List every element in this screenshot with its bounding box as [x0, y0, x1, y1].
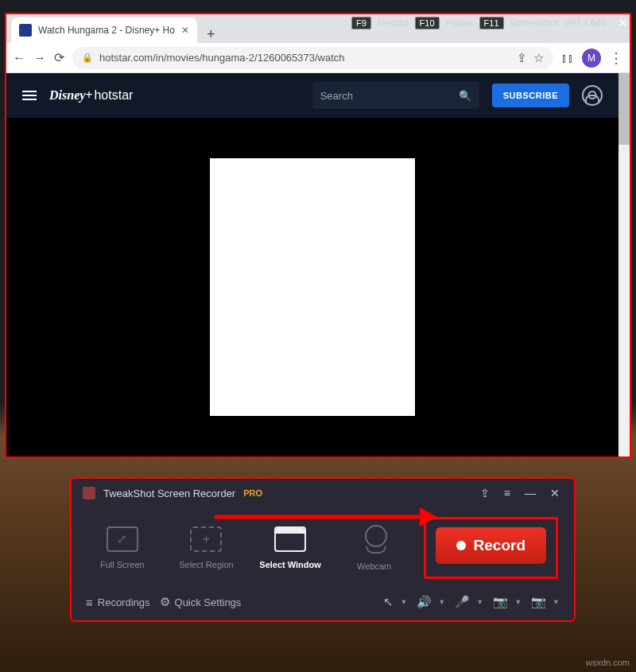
new-tab-button[interactable]: + [197, 26, 225, 43]
record-button-label: Record [474, 537, 525, 554]
quick-settings-label: Quick Settings [175, 596, 242, 608]
record-label: Record [378, 17, 409, 29]
region-icon [190, 526, 222, 552]
browser-toolbar: ← → ⟳ 🔒 hotstar.com/in/movies/hungama-2/… [6, 43, 630, 73]
mode-label: Webcam [357, 561, 391, 571]
profile-avatar[interactable]: M [582, 49, 601, 68]
record-dot-icon [456, 541, 466, 550]
capture-dimensions: 897 x 646 [564, 17, 607, 29]
app-title: TweakShot Screen Recorder [103, 487, 235, 499]
speaker-icon: 🔊 [417, 595, 432, 609]
recordings-label: Recordings [98, 596, 150, 608]
site-logo[interactable]: Disney+ hotstar [49, 88, 133, 103]
quick-settings-button[interactable]: ⚙Quick Settings [160, 595, 242, 609]
forward-button[interactable]: → [33, 51, 46, 65]
pro-badge: PRO [243, 488, 262, 498]
recorder-body: Full Screen Select Region Select Window … [72, 507, 574, 587]
url-text: hotstar.com/in/movies/hungama-2/12600653… [99, 52, 510, 64]
tab-title: Watch Hungama 2 - Disney+ Ho [38, 25, 175, 36]
recording-shortcut-bar: F9 Record F10 Pause F11 Screenshot 897 x… [351, 14, 633, 32]
lock-icon: 🔒 [82, 52, 93, 63]
mode-label: Select Region [179, 560, 234, 569]
recorder-title-bar: TweakShot Screen Recorder PRO ⇪ ≡ — ✕ [72, 479, 574, 507]
watermark: wsxdn.com [586, 658, 630, 667]
record-button[interactable]: Record [436, 527, 546, 564]
mode-webcam[interactable]: Webcam [339, 525, 409, 571]
scrollbar[interactable] [619, 73, 630, 456]
search-icon: 🔍 [459, 90, 471, 102]
mode-select-window[interactable]: Select Window [255, 526, 325, 569]
mode-label: Full Screen [100, 560, 145, 569]
logo-hotstar: hotstar [94, 88, 133, 103]
chevron-down-icon: ▼ [553, 598, 560, 606]
browser-menu-icon[interactable]: ⋮ [609, 49, 623, 67]
hamburger-menu-icon[interactable] [22, 91, 37, 100]
window-icon [274, 526, 306, 552]
f11-key: F11 [479, 17, 504, 29]
bookmark-icon[interactable]: ☆ [533, 51, 544, 65]
chevron-down-icon: ▼ [438, 598, 445, 606]
search-input[interactable]: Search 🔍 [312, 82, 479, 109]
hotstar-page: Disney+ hotstar Search 🔍 SUBSCRIBE [6, 73, 619, 456]
minimize-icon[interactable]: — [522, 487, 539, 499]
tab-close-icon[interactable]: ✕ [181, 25, 189, 36]
site-header: Disney+ hotstar Search 🔍 SUBSCRIBE [6, 73, 619, 118]
reload-button[interactable]: ⟳ [54, 50, 64, 65]
mic-off-icon: 🎤 [455, 595, 470, 609]
screenshot-label: Screenshot [510, 17, 559, 29]
chevron-down-icon: ▼ [514, 598, 522, 606]
gear-icon: ⚙ [160, 595, 170, 609]
mode-label: Select Window [259, 560, 321, 569]
chevron-down-icon: ▼ [476, 598, 483, 606]
recorder-app-window: TweakShot Screen Recorder PRO ⇪ ≡ — ✕ Fu… [70, 477, 576, 622]
webcam-button[interactable]: 📷▼ [493, 595, 522, 609]
browser-window: Watch Hungama 2 - Disney+ Ho ✕ + ← → ⟳ 🔒… [5, 13, 631, 458]
webcam-off-icon: 📷 [493, 595, 508, 609]
chevron-down-icon: ▼ [400, 598, 407, 606]
logo-disney: Disney+ [49, 88, 92, 103]
browser-content: Disney+ hotstar Search 🔍 SUBSCRIBE [6, 73, 630, 456]
mic-button[interactable]: 🎤▼ [455, 595, 483, 609]
mode-select-region[interactable]: Select Region [172, 526, 242, 569]
app-icon [83, 487, 95, 499]
recordings-button[interactable]: ≡Recordings [86, 596, 150, 609]
menu-icon[interactable]: ≡ [501, 487, 514, 499]
share-icon[interactable]: ⇪ [517, 51, 527, 65]
list-icon: ≡ [86, 596, 93, 609]
fullscreen-icon [107, 526, 138, 552]
recorder-footer: ≡Recordings ⚙Quick Settings ↖▼ 🔊▼ 🎤▼ 📷▼ … [72, 587, 574, 620]
video-player[interactable] [6, 118, 619, 456]
video-placeholder [210, 160, 415, 414]
user-icon[interactable] [582, 85, 603, 106]
browser-tab[interactable]: Watch Hungama 2 - Disney+ Ho ✕ [11, 17, 197, 43]
record-highlight: Record [424, 517, 558, 579]
cursor-icon: ↖ [383, 595, 394, 609]
pause-label: Pause [446, 17, 473, 29]
scrollbar-thumb[interactable] [619, 73, 630, 145]
address-bar[interactable]: 🔒 hotstar.com/in/movies/hungama-2/126006… [72, 47, 553, 69]
extensions-icon[interactable]: ⫿⫿ [561, 51, 574, 64]
subscribe-button[interactable]: SUBSCRIBE [492, 84, 569, 107]
favicon-icon [19, 24, 32, 37]
close-icon[interactable]: ✕ [613, 16, 633, 30]
cursor-button[interactable]: ↖▼ [383, 595, 407, 609]
pin-icon[interactable]: ⇪ [477, 487, 493, 499]
audio-button[interactable]: 🔊▼ [417, 595, 445, 609]
webcam-icon [363, 525, 386, 554]
close-icon[interactable]: ✕ [547, 487, 563, 499]
camera-icon: 📷 [531, 595, 546, 609]
f9-key: F9 [351, 17, 371, 29]
camera-button[interactable]: 📷▼ [531, 595, 560, 609]
mode-fullscreen[interactable]: Full Screen [87, 526, 157, 569]
f10-key: F10 [415, 17, 440, 29]
search-placeholder: Search [320, 90, 452, 102]
back-button[interactable]: ← [13, 51, 25, 65]
